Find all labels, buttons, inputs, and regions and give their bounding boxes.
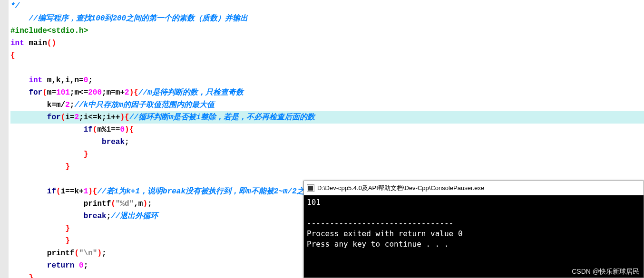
comment-text: //编写程序，查找100到200之间的第一个的素数（质数）并输出 xyxy=(29,14,248,23)
watermark: CSDN @快乐新球居民 xyxy=(572,268,639,276)
console-output: 101 -------------------------------- Pro… xyxy=(304,195,644,278)
identifier: main xyxy=(24,39,47,48)
code-line[interactable] xyxy=(10,62,644,74)
code-line[interactable]: } xyxy=(10,161,644,173)
code-line[interactable]: */ xyxy=(10,0,644,12)
gutter xyxy=(0,0,9,278)
code-line[interactable]: if(m%i==0){ xyxy=(10,124,644,136)
code-line-highlighted[interactable]: for(i=2;i<=k;i++){//循环判断m是否被i整除，若是，不必再检查… xyxy=(10,111,644,124)
code-line[interactable]: #include<stdio.h> xyxy=(10,25,644,37)
console-window[interactable]: D:\Dev-cpp5.4.0及API帮助文档\Dev-Cpp\ConsoleP… xyxy=(303,181,644,278)
code-line[interactable]: //编写程序，查找100到200之间的第一个的素数（质数）并输出 xyxy=(10,12,644,25)
code-line[interactable]: int m,k,i,n=0; xyxy=(10,74,644,86)
code-line[interactable]: break; xyxy=(10,136,644,148)
code-line[interactable]: } xyxy=(10,148,644,161)
margin-line xyxy=(464,0,464,181)
type-keyword: int xyxy=(10,39,24,48)
comment-text: */ xyxy=(10,2,20,10)
code-line[interactable]: int main() xyxy=(10,37,644,49)
console-titlebar[interactable]: D:\Dev-cpp5.4.0及API帮助文档\Dev-Cpp\ConsoleP… xyxy=(304,181,644,195)
code-line[interactable]: for(m=101;m<=200;m=m+2){//m是待判断的数，只检查奇数 xyxy=(10,86,644,99)
include-header: <stdio.h> xyxy=(47,27,88,35)
console-title-text: D:\Dev-cpp5.4.0及API帮助文档\Dev-Cpp\ConsoleP… xyxy=(317,184,484,192)
code-line[interactable]: k=m/2;//k中只存放m的因子取值范围内的最大值 xyxy=(10,99,644,111)
include-directive: #include xyxy=(10,27,47,35)
console-icon xyxy=(307,184,314,192)
code-line[interactable]: { xyxy=(10,49,644,62)
